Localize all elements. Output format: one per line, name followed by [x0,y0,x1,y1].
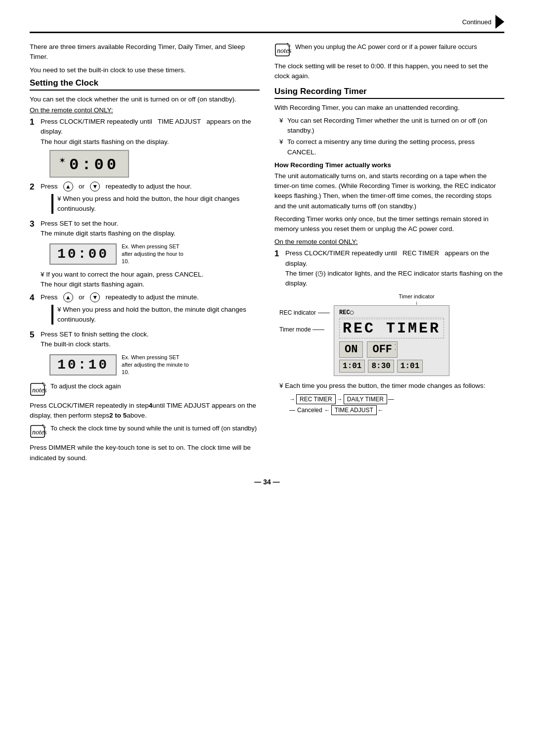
notes-2-icon: notes [30,424,47,441]
step-rt-1-num: 1 [274,247,285,260]
step-4: 4 Press ▲ or ▼ repeatedly to adjust the … [30,292,260,327]
rec-indicator-line-icon: —— [318,309,330,316]
notes-2: notes To check the clock time by sound w… [30,424,260,441]
how-text-2: Recording Timer works only once, but the… [274,214,504,235]
rec-labels-col: REC indicator —— Timer mode —— [279,305,330,333]
rec-display-layout: REC indicator —— Timer mode —— REC◯ [279,305,504,376]
timer-mode-label: Timer mode [279,326,311,333]
step-4-content: Press ▲ or ▼ repeatedly to adjust the mi… [41,292,260,327]
seg-display-3: 1:01 [397,360,423,373]
step-rt-1: 1 Press CLOCK/TIMER repeatedly until REC… [274,248,504,288]
step-5: 5 Press SET to finish setting the clock.… [30,330,260,350]
ex-label-10-10: Ex. When pressing SET after adjusting th… [122,354,191,377]
step-3b: ¥ If you want to correct the hour again,… [41,270,260,290]
timer-indicator-area: Timer indicator ↓ [304,293,529,305]
seg-display-1: 1:01 [339,360,365,373]
svg-text:notes: notes [32,386,47,394]
step-5-content: Press SET to finish setting the clock. T… [41,330,260,350]
big-rec-timer-text: REC TIMER [339,319,444,338]
step-1-num: 1 [30,116,41,129]
svg-text:notes: notes [32,428,47,436]
right-column: notes When you unplug the AC power cord … [274,42,504,463]
rec-timer-display-area: Timer indicator ↓ REC indicator —— Timer… [279,293,504,376]
intro-line1: There are three timers available Recordi… [30,42,260,62]
ex-label-10-00: Ex. When pressing SET after adjusting th… [122,243,191,266]
notes-top-label: When you unplug the AC power cord or if … [295,43,477,50]
notes-top-right: notes When you unplug the AC power cord … [274,42,504,59]
timer-mode-line-icon: —— [312,326,324,333]
display-10-10: 10:10 Ex. When pressing SET after adjust… [49,354,260,377]
yen-sym-1: ¥ [279,116,287,126]
on-off-row: ON OFF · · ·· · · [339,341,444,358]
lcd-10-10: 10:10 [49,354,117,376]
step-4-num: 4 [30,291,41,304]
flow-box-rec-timer: REC TIMER [296,394,336,404]
notes-top-icon: notes [274,42,292,59]
step-2-content: Press ▲ or ▼ repeatedly to adjust the ho… [41,182,260,216]
flow-box-daily-timer: DAILY TIMER [344,394,387,404]
rec-inner-display: REC◯ REC TIMER ON OFF · · ·· · · [334,305,449,376]
flow-arrow-1: → [337,396,343,403]
page-container: Continued There are three timers availab… [0,0,534,756]
notes-1-icon: notes [30,381,47,399]
bullet-2-text: To correct a misentry any time during th… [287,137,504,157]
page-number: — 34 — [30,478,504,486]
top-bar: Continued [30,15,504,33]
using-rt-intro: With Recording Timer, you can make an un… [274,103,504,113]
step-3: 3 Press SET to set the hour. The minute … [30,219,260,239]
notes-1: notes To adjust the clock again [30,381,260,399]
notes-1-label: To adjust the clock again [50,382,121,390]
step-rt-1-content: Press CLOCK/TIMER repeatedly until REC T… [285,248,504,288]
yen-sym-2: ¥ [279,137,287,147]
timer-mode-row-label: Timer mode —— [279,326,330,333]
step-2-note: ¥ When you press and hold the button, th… [51,194,260,214]
notes-top-sub: The clock setting will be reset to 0:00.… [274,61,504,82]
flow-bottom-end-arrow: ← [378,407,384,414]
notes-2-text: To check the clock time by sound while t… [50,424,257,433]
step-3-num: 3 [30,218,41,231]
btn-down2-icon[interactable]: ▼ [90,292,100,302]
step-1-sub: The hour digit starts flashing on the di… [41,138,169,145]
step-1: 1 Press CLOCK/TIMER repeatedly until TIM… [30,117,260,147]
main-columns: There are three timers available Recordi… [30,42,504,463]
bullet-2: ¥ To correct a misentry any time during … [279,137,504,157]
step-3b-text: ¥ If you want to correct the hour again,… [41,270,260,280]
intro-line2: You need to set the built-in clock to us… [30,65,260,75]
flow-bottom-row: — Canceled ← TIME ADJUST ← [289,405,504,415]
step-1-content: Press CLOCK/TIMER repeatedly until TIME … [41,117,260,147]
display-10-00: 10:00 Ex. When pressing SET after adjust… [49,243,260,266]
step-3b-sub: The hour digit starts flashing again. [41,280,260,289]
flow-canceled-label: Canceled [297,407,322,414]
left-column: There are three timers available Recordi… [30,42,260,463]
remote-only-label-left: On the remote contol ONLY: [30,106,260,114]
flow-top-row: → REC TIMER → DAILY TIMER — [289,394,504,404]
btn-up2-icon[interactable]: ▲ [63,292,73,302]
timer-indicator-label: Timer indicator [399,293,434,299]
bullet-1-text: You can set Recording Timer whether the … [287,116,504,136]
btn-up-icon[interactable]: ▲ [63,182,73,191]
off-display: OFF · · ·· · · [367,341,398,358]
step-2-num: 2 [30,181,41,193]
on-display: ON [339,341,363,358]
bullet-each-text: ¥ Each time you press the button, the ti… [279,381,504,391]
notes-2-label: To check the clock time by sound while t… [50,425,257,432]
setting-clock-heading: Setting the Clock [30,78,260,91]
flow-arrow-2: ← [324,407,330,414]
timer-indicator-container: Timer indicator ↓ [399,293,434,305]
how-text-1: The unit automatically turns on, and sta… [274,171,504,211]
lcd-10-00: 10:00 [49,243,117,265]
continued-label: Continued [462,18,491,26]
rec-indicator-row-label: REC indicator —— [279,309,330,316]
notes-2-sub: Press DIMMER while the key-touch tone is… [30,443,260,463]
btn-down-icon[interactable]: ▼ [90,182,100,191]
flow-end-line: — [388,396,394,403]
step-5-num: 5 [30,329,41,341]
step-4-note: ¥ When you press and hold the button, th… [51,305,260,325]
setting-clock-intro: You can set the clock whether the unit i… [30,94,260,104]
lcd-display-0-00: ✶0:00 [49,150,260,178]
using-recording-timer-heading: Using Recording Timer [274,87,504,99]
timer-indicator-down-arrow: ↓ [415,299,418,305]
dots-overlay: · · ·· · · [383,342,397,352]
notes-1-text: To adjust the clock again [50,381,121,391]
notes-1-sub: Press CLOCK/TIMER repeatedly in step4unt… [30,401,260,421]
